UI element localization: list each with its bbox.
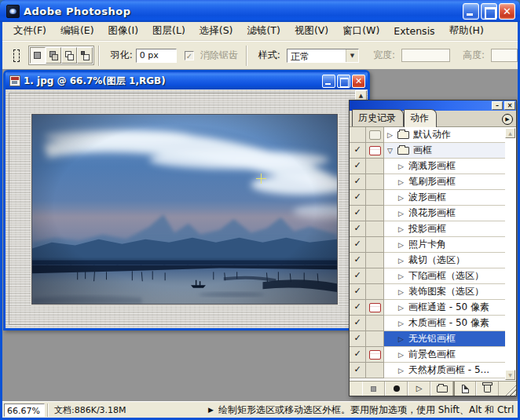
action-checkbox[interactable]: ✓ bbox=[350, 206, 366, 221]
action-row[interactable]: ✓ ▷前景色画框 bbox=[350, 347, 516, 363]
resize-grip[interactable] bbox=[505, 385, 516, 396]
dialog-toggle-icon[interactable] bbox=[366, 206, 384, 221]
record-button[interactable] bbox=[385, 382, 408, 396]
expand-arrow-icon[interactable]: ▷ bbox=[398, 348, 408, 362]
dialog-toggle-icon[interactable] bbox=[366, 268, 384, 284]
expand-arrow-icon[interactable]: ▷ bbox=[398, 159, 408, 173]
expand-arrow-icon[interactable]: ▷ bbox=[398, 175, 408, 189]
new-selection-button[interactable] bbox=[30, 47, 46, 64]
action-checkbox[interactable]: ✓ bbox=[350, 300, 366, 316]
menu-layer[interactable]: 图层(L) bbox=[145, 22, 192, 40]
menu-extensis[interactable]: Extensis bbox=[386, 23, 441, 39]
expand-arrow-icon[interactable]: ▷ bbox=[398, 269, 408, 283]
action-set-row[interactable]: ✓ ▽画框 bbox=[350, 143, 516, 159]
scroll-down-icon[interactable]: ▼ bbox=[505, 370, 515, 380]
doc-close-button[interactable]: ✕ bbox=[352, 75, 365, 88]
dialog-toggle-icon[interactable] bbox=[366, 253, 384, 268]
palette-menu-button[interactable]: ▶ bbox=[502, 114, 513, 125]
action-label[interactable]: 裁切（选区） bbox=[408, 254, 465, 267]
action-checkbox[interactable]: ✓ bbox=[350, 268, 366, 284]
tab-history[interactable]: 历史记录 bbox=[352, 109, 404, 126]
status-menu-arrow-icon[interactable]: ▶ bbox=[208, 406, 214, 414]
menu-help[interactable]: 帮助(H) bbox=[442, 22, 491, 40]
action-checkbox[interactable]: ✓ bbox=[350, 237, 366, 253]
width-input[interactable] bbox=[401, 49, 450, 62]
expand-arrow-icon[interactable]: ▽ bbox=[387, 144, 397, 158]
action-checkbox[interactable]: ✓ bbox=[350, 159, 366, 174]
intersect-selection-button[interactable] bbox=[77, 47, 93, 64]
doc-maximize-button[interactable] bbox=[337, 75, 350, 88]
menu-view[interactable]: 视图(V) bbox=[287, 22, 335, 40]
actions-palette[interactable]: – × 历史记录 动作 ▶ ▷默认动作 ✓ ▽画框 bbox=[349, 100, 517, 396]
action-label[interactable]: 前景色画框 bbox=[408, 348, 456, 361]
new-action-button[interactable] bbox=[453, 382, 476, 396]
zoom-level-field[interactable]: 66.67% bbox=[4, 404, 45, 417]
expand-arrow-icon[interactable]: ▷ bbox=[387, 128, 397, 142]
dialog-toggle-icon[interactable] bbox=[366, 347, 384, 363]
expand-arrow-icon[interactable]: ▷ bbox=[398, 222, 408, 236]
feather-input[interactable] bbox=[136, 49, 177, 63]
delete-button[interactable] bbox=[476, 382, 499, 396]
action-row[interactable]: ✓ ▷天然材质画框 - 5... bbox=[350, 363, 516, 378]
expand-arrow-icon[interactable]: ▷ bbox=[398, 191, 408, 205]
menu-window[interactable]: 窗口(W) bbox=[335, 22, 386, 40]
expand-arrow-icon[interactable]: ▷ bbox=[398, 254, 408, 268]
action-row[interactable]: ✓ ▷笔刷形画框 bbox=[350, 174, 516, 190]
close-button[interactable]: ✕ bbox=[499, 3, 515, 20]
action-checkbox[interactable]: ✓ bbox=[350, 316, 366, 331]
action-checkbox[interactable]: ✓ bbox=[350, 143, 366, 159]
photoshop-app-icon[interactable] bbox=[6, 5, 20, 18]
dialog-toggle-icon[interactable] bbox=[366, 363, 384, 378]
minimize-button[interactable] bbox=[463, 3, 479, 20]
action-row[interactable]: ✓ ▷投影画框 bbox=[350, 221, 516, 237]
action-row-selected[interactable]: ✓ ▷无光铝画框 bbox=[350, 331, 516, 347]
style-dropdown[interactable]: 正常 ▼ bbox=[287, 49, 359, 63]
dialog-toggle-icon[interactable] bbox=[366, 221, 384, 237]
action-checkbox[interactable]: ✓ bbox=[350, 253, 366, 268]
rect-marquee-tool-icon[interactable] bbox=[13, 49, 20, 62]
play-button[interactable]: ▷ bbox=[408, 382, 430, 396]
scroll-up-icon[interactable]: ▲ bbox=[505, 128, 515, 138]
action-row[interactable]: ✓ ▷画框通道 - 50 像素 bbox=[350, 300, 516, 316]
action-checkbox[interactable]: ✓ bbox=[350, 347, 366, 363]
dialog-toggle-icon[interactable] bbox=[366, 143, 384, 159]
maximize-button[interactable] bbox=[481, 3, 497, 20]
action-checkbox[interactable]: ✓ bbox=[350, 190, 366, 206]
action-row[interactable]: ✓ ▷装饰图案（选区） bbox=[350, 284, 516, 300]
menu-filter[interactable]: 滤镜(T) bbox=[240, 22, 287, 40]
menu-select[interactable]: 选择(S) bbox=[192, 22, 240, 40]
action-label[interactable]: 投影画框 bbox=[408, 222, 446, 236]
action-label[interactable]: 波形画框 bbox=[408, 191, 446, 204]
action-checkbox[interactable]: ✓ bbox=[350, 363, 366, 378]
action-label[interactable]: 笔刷形画框 bbox=[408, 175, 456, 188]
action-label[interactable]: 照片卡角 bbox=[408, 238, 446, 251]
action-label[interactable]: 画框通道 - 50 像素 bbox=[408, 301, 489, 314]
antialias-checkbox[interactable]: ✓ bbox=[185, 51, 194, 60]
action-row[interactable]: ✓ ▷滴溅形画框 bbox=[350, 159, 516, 174]
action-label[interactable]: 浪花形画框 bbox=[408, 206, 456, 220]
action-label[interactable]: 无光铝画框 bbox=[408, 332, 456, 345]
action-row[interactable]: ✓ ▷照片卡角 bbox=[350, 237, 516, 253]
stop-button[interactable] bbox=[362, 382, 385, 396]
palette-minimize-button[interactable]: – bbox=[492, 101, 503, 110]
action-label[interactable]: 装饰图案（选区） bbox=[408, 285, 484, 298]
action-checkbox[interactable]: ✓ bbox=[350, 284, 366, 300]
add-selection-button[interactable] bbox=[46, 47, 61, 64]
expand-arrow-icon[interactable]: ▷ bbox=[398, 285, 408, 299]
menu-edit[interactable]: 编辑(E) bbox=[53, 22, 101, 40]
action-label[interactable]: 滴溅形画框 bbox=[408, 159, 456, 173]
action-label[interactable]: 默认动作 bbox=[413, 128, 451, 141]
dialog-toggle-icon[interactable] bbox=[366, 300, 384, 316]
dialog-toggle-icon[interactable] bbox=[366, 316, 384, 331]
dialog-toggle-icon[interactable] bbox=[366, 159, 384, 174]
expand-arrow-icon[interactable]: ▷ bbox=[398, 206, 408, 221]
tab-actions[interactable]: 动作 bbox=[404, 109, 437, 127]
action-row[interactable]: ✓ ▷波形画框 bbox=[350, 190, 516, 206]
menu-file[interactable]: 文件(F) bbox=[6, 22, 53, 40]
action-row[interactable]: ✓ ▷浪花形画框 bbox=[350, 206, 516, 221]
new-set-button[interactable] bbox=[430, 382, 453, 396]
document-titlebar[interactable]: 1. jpg @ 66.7%(图层 1,RGB) ✕ bbox=[5, 72, 368, 89]
action-label[interactable]: 下陷画框（选区） bbox=[408, 269, 484, 283]
action-checkbox[interactable]: ✓ bbox=[350, 221, 366, 237]
menu-image[interactable]: 图像(I) bbox=[101, 22, 145, 40]
